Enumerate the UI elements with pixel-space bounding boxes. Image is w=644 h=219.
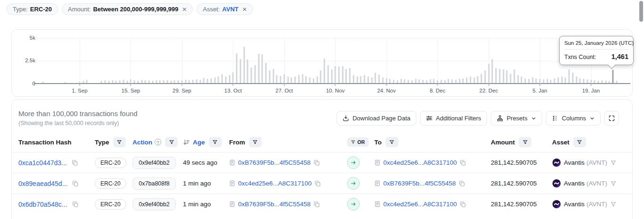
chart-bar[interactable] bbox=[291, 77, 292, 83]
chart-bar[interactable] bbox=[393, 80, 395, 83]
method-badge[interactable]: 0x7ba808f8 bbox=[132, 177, 176, 190]
from-address-link[interactable]: 0xc4ed25e6...A8C317100 bbox=[238, 180, 312, 187]
chart-bar[interactable] bbox=[203, 78, 205, 83]
chart-bar[interactable] bbox=[481, 74, 482, 83]
chart-bar[interactable] bbox=[247, 59, 248, 83]
chart-bar[interactable] bbox=[196, 79, 197, 83]
chart-bar[interactable] bbox=[609, 81, 610, 83]
filter-chip-type[interactable]: Type: ERC-20 bbox=[7, 3, 58, 15]
chart-bar[interactable] bbox=[116, 81, 117, 83]
chart-bar[interactable] bbox=[495, 68, 497, 83]
action-filter-button[interactable] bbox=[165, 137, 178, 147]
chart-bar[interactable] bbox=[572, 73, 573, 83]
chart-bar[interactable] bbox=[79, 82, 80, 83]
chart-bar[interactable] bbox=[360, 76, 362, 83]
chart-bar[interactable] bbox=[484, 70, 486, 83]
chart-bar[interactable] bbox=[492, 59, 493, 83]
chart-bar[interactable] bbox=[532, 77, 533, 83]
chart-bar[interactable] bbox=[166, 80, 168, 83]
chart-bar[interactable] bbox=[364, 75, 365, 83]
chart-bar[interactable] bbox=[254, 65, 256, 83]
chart-bar[interactable] bbox=[579, 78, 581, 83]
chart-bar[interactable] bbox=[386, 78, 387, 83]
chart-bar[interactable] bbox=[163, 80, 165, 83]
chart-bar[interactable] bbox=[149, 80, 150, 83]
chart-bar[interactable] bbox=[199, 80, 201, 83]
chart-bar[interactable] bbox=[429, 79, 431, 83]
close-icon[interactable]: ✕ bbox=[242, 7, 247, 12]
method-badge[interactable]: 0x9ef40bb2 bbox=[132, 198, 176, 211]
chart-bar[interactable] bbox=[569, 69, 570, 83]
filter-chip-asset[interactable]: Asset: AVNT ✕ bbox=[197, 3, 253, 15]
chart-bar[interactable] bbox=[239, 59, 241, 83]
chart-bar[interactable] bbox=[243, 47, 245, 83]
chart-bar[interactable] bbox=[258, 54, 259, 83]
chart-bar[interactable] bbox=[346, 69, 347, 83]
tx-hash-link[interactable]: 0x89eaead45d... bbox=[18, 180, 67, 187]
chart-bar[interactable] bbox=[145, 80, 146, 83]
chart-bar[interactable] bbox=[189, 80, 190, 83]
asset-name[interactable]: Avantis bbox=[564, 201, 585, 208]
chart-bar[interactable] bbox=[546, 79, 548, 83]
chart-bar[interactable] bbox=[466, 77, 468, 83]
chart-bar[interactable] bbox=[229, 75, 230, 83]
chart-bar[interactable] bbox=[612, 70, 614, 83]
additional-filters-button[interactable]: Additional Filters bbox=[420, 111, 487, 126]
chart-bar[interactable] bbox=[503, 69, 504, 83]
chart-bar[interactable] bbox=[470, 76, 471, 83]
copy-icon[interactable] bbox=[72, 160, 78, 166]
chart-bar[interactable] bbox=[598, 81, 599, 83]
chart-bar[interactable] bbox=[251, 67, 252, 83]
chart-bar[interactable] bbox=[455, 80, 456, 83]
from-address-link[interactable]: 0xB7639F5b...4f5C55458 bbox=[238, 201, 311, 208]
action-sort-link[interactable]: Action bbox=[132, 139, 152, 146]
chart-bar[interactable] bbox=[437, 80, 438, 83]
chart-bar[interactable] bbox=[295, 76, 296, 83]
chart-bar[interactable] bbox=[309, 77, 311, 83]
chart-bar[interactable] bbox=[265, 63, 267, 83]
chart-bar[interactable] bbox=[159, 80, 161, 83]
chart-bar[interactable] bbox=[137, 81, 139, 83]
chart-bar[interactable] bbox=[83, 81, 84, 83]
chart-bar[interactable] bbox=[42, 82, 44, 83]
to-address-link[interactable]: 0xB7639F5b...4f5C55458 bbox=[383, 180, 456, 187]
chart-bar[interactable] bbox=[536, 78, 537, 83]
chart-bar[interactable] bbox=[262, 54, 263, 83]
chart-bar[interactable] bbox=[462, 78, 464, 83]
chart-bar[interactable] bbox=[112, 80, 113, 83]
chart-bar[interactable] bbox=[605, 81, 606, 83]
chart-bar[interactable] bbox=[101, 81, 102, 83]
copy-icon[interactable] bbox=[459, 180, 465, 187]
chart-bar[interactable] bbox=[181, 80, 182, 83]
chart-bar[interactable] bbox=[287, 76, 289, 83]
chart-bar[interactable] bbox=[594, 80, 595, 83]
chart-bar[interactable] bbox=[123, 80, 124, 83]
chart-bar[interactable] bbox=[207, 79, 208, 83]
chart-bar[interactable] bbox=[305, 76, 307, 83]
chart-bar[interactable] bbox=[452, 79, 453, 83]
chart-bar[interactable] bbox=[141, 80, 142, 83]
chart-bar[interactable] bbox=[561, 76, 562, 83]
chart-bar[interactable] bbox=[375, 73, 376, 83]
chart-bar[interactable] bbox=[557, 77, 559, 83]
chart-bar[interactable] bbox=[105, 80, 106, 83]
chart-bar[interactable] bbox=[415, 79, 416, 83]
chart-bar[interactable] bbox=[379, 75, 380, 83]
to-filter-button[interactable] bbox=[386, 137, 398, 147]
fullscreen-button[interactable] bbox=[604, 111, 619, 126]
copy-icon[interactable] bbox=[460, 201, 466, 208]
chart-bar[interactable] bbox=[510, 74, 512, 83]
chart-bar[interactable] bbox=[236, 53, 238, 83]
chart-bar[interactable] bbox=[313, 78, 314, 83]
copy-icon[interactable] bbox=[460, 160, 466, 166]
chart-bar[interactable] bbox=[419, 79, 420, 83]
chart-bar[interactable] bbox=[214, 77, 215, 83]
chart-bar[interactable] bbox=[64, 82, 66, 83]
sort-descending-icon[interactable] bbox=[183, 139, 190, 146]
chart-bar[interactable] bbox=[554, 78, 555, 83]
chart-bar[interactable] bbox=[477, 76, 479, 83]
chart-bar[interactable] bbox=[276, 75, 278, 83]
copy-icon[interactable] bbox=[314, 160, 320, 166]
chart-bar[interactable] bbox=[400, 79, 402, 83]
chart-bar[interactable] bbox=[528, 79, 529, 83]
